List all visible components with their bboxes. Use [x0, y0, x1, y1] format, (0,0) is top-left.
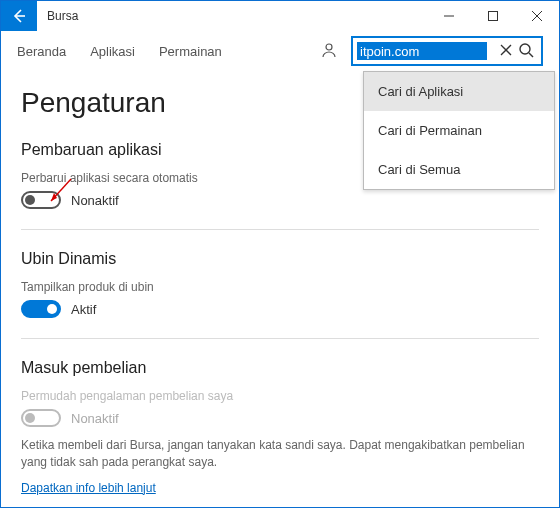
svg-point-7 [520, 44, 530, 54]
search-box[interactable] [351, 36, 543, 66]
svg-line-8 [529, 53, 533, 57]
section-live-tiles-heading: Ubin Dinamis [21, 250, 539, 268]
purchase-signin-learn-more-link[interactable]: Dapatkan info lebih lanjut [21, 481, 156, 495]
navbar: Beranda Aplikasi Permainan [1, 31, 559, 71]
person-icon [321, 42, 337, 58]
section-purchase-signin-heading: Masuk pembelian [21, 359, 539, 377]
minimize-button[interactable] [427, 1, 471, 31]
svg-rect-1 [489, 12, 498, 21]
tab-home[interactable]: Beranda [17, 44, 66, 59]
search-scope-games[interactable]: Cari di Permainan [364, 111, 554, 150]
x-icon [500, 44, 512, 56]
search-scope-apps[interactable]: Cari di Aplikasi [364, 72, 554, 111]
close-icon [532, 11, 542, 21]
maximize-button[interactable] [471, 1, 515, 31]
live-tiles-toggle[interactable] [21, 300, 61, 318]
window-title: Bursa [37, 1, 427, 31]
divider [21, 338, 539, 339]
search-scope-dropdown: Cari di Aplikasi Cari di Permainan Cari … [363, 71, 555, 190]
search-input[interactable] [357, 42, 487, 60]
app-updates-state: Nonaktif [71, 193, 119, 208]
live-tiles-label: Tampilkan produk di ubin [21, 280, 539, 294]
tab-apps[interactable]: Aplikasi [90, 44, 135, 59]
purchase-signin-label: Permudah pengalaman pembelian saya [21, 389, 539, 403]
account-button[interactable] [321, 42, 337, 61]
purchase-signin-toggle [21, 409, 61, 427]
purchase-signin-state: Nonaktif [71, 411, 119, 426]
section-purchase-signin: Masuk pembelian Permudah pengalaman pemb… [21, 359, 539, 495]
back-button[interactable] [1, 1, 37, 31]
close-button[interactable] [515, 1, 559, 31]
search-scope-all[interactable]: Cari di Semua [364, 150, 554, 189]
search-clear-button[interactable] [497, 43, 515, 59]
section-live-tiles: Ubin Dinamis Tampilkan produk di ubin Ak… [21, 250, 539, 318]
search-icon [518, 42, 534, 58]
search-submit-button[interactable] [515, 42, 537, 61]
purchase-signin-desc: Ketika membeli dari Bursa, jangan tanyak… [21, 437, 539, 471]
back-arrow-icon [11, 8, 27, 24]
divider [21, 229, 539, 230]
maximize-icon [488, 11, 498, 21]
live-tiles-state: Aktif [71, 302, 96, 317]
minimize-icon [444, 11, 454, 21]
app-updates-toggle[interactable] [21, 191, 61, 209]
titlebar: Bursa [1, 1, 559, 31]
tab-games[interactable]: Permainan [159, 44, 222, 59]
svg-point-4 [326, 44, 332, 50]
